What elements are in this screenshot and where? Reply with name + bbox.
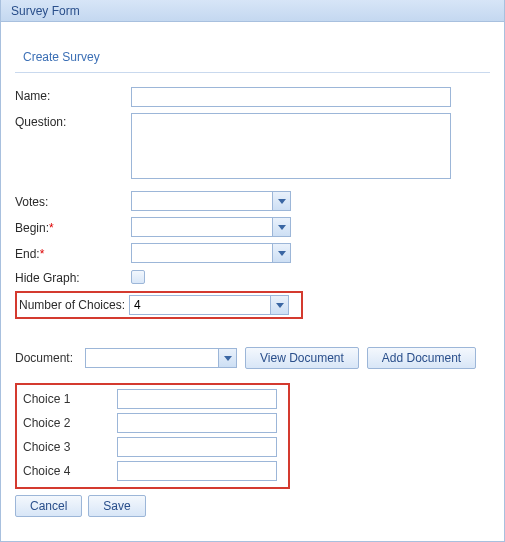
choice-row: Choice 2 [23, 413, 282, 433]
num-choices-combo[interactable] [129, 295, 289, 315]
row-votes: Votes: [15, 191, 490, 211]
row-number-of-choices: Number of Choices: [15, 291, 303, 319]
name-label: Name: [15, 87, 131, 103]
view-document-button[interactable]: View Document [245, 347, 359, 369]
votes-label: Votes: [15, 193, 131, 209]
choice-1-label: Choice 1 [23, 392, 117, 406]
svg-marker-3 [276, 303, 284, 308]
svg-marker-1 [278, 225, 286, 230]
question-label: Question: [15, 113, 131, 129]
num-choices-dropdown-button[interactable] [270, 296, 288, 314]
window-title: Survey Form [11, 4, 80, 18]
chevron-down-icon [224, 356, 232, 361]
votes-dropdown-button[interactable] [272, 192, 290, 210]
document-label: Document: [15, 351, 77, 365]
choice-4-label: Choice 4 [23, 464, 117, 478]
chevron-down-icon [278, 251, 286, 256]
choice-row: Choice 1 [23, 389, 282, 409]
votes-input[interactable] [132, 192, 272, 210]
choice-2-input[interactable] [117, 413, 277, 433]
footer-buttons: Cancel Save [15, 495, 490, 517]
section-title: Create Survey [15, 44, 490, 73]
votes-combo[interactable] [131, 191, 291, 211]
choice-row: Choice 4 [23, 461, 282, 481]
row-begin: Begin:* [15, 217, 490, 237]
document-dropdown-button[interactable] [218, 349, 236, 367]
chevron-down-icon [278, 225, 286, 230]
begin-dropdown-button[interactable] [272, 218, 290, 236]
row-hide-graph: Hide Graph: [15, 269, 490, 285]
choice-4-input[interactable] [117, 461, 277, 481]
content-area: Create Survey Name: Question: Votes: Beg… [1, 22, 504, 527]
window-titlebar: Survey Form [1, 0, 504, 22]
row-name: Name: [15, 87, 490, 107]
save-button[interactable]: Save [88, 495, 145, 517]
svg-marker-0 [278, 199, 286, 204]
end-input[interactable] [132, 244, 272, 262]
begin-label: Begin:* [15, 219, 131, 235]
survey-form-window: Survey Form Create Survey Name: Question… [0, 0, 505, 542]
choice-3-label: Choice 3 [23, 440, 117, 454]
document-combo[interactable] [85, 348, 237, 368]
question-textarea[interactable] [131, 113, 451, 179]
choice-1-input[interactable] [117, 389, 277, 409]
choice-row: Choice 3 [23, 437, 282, 457]
required-marker: * [40, 247, 45, 261]
name-input[interactable] [131, 87, 451, 107]
row-question: Question: [15, 113, 490, 179]
cancel-button[interactable]: Cancel [15, 495, 82, 517]
row-document: Document: View Document Add Document [15, 347, 490, 369]
choices-box: Choice 1 Choice 2 Choice 3 Choice 4 [15, 383, 290, 489]
hide-graph-label: Hide Graph: [15, 269, 131, 285]
document-input[interactable] [86, 349, 218, 367]
add-document-button[interactable]: Add Document [367, 347, 476, 369]
begin-combo[interactable] [131, 217, 291, 237]
begin-input[interactable] [132, 218, 272, 236]
svg-marker-2 [278, 251, 286, 256]
end-combo[interactable] [131, 243, 291, 263]
chevron-down-icon [276, 303, 284, 308]
required-marker: * [49, 221, 54, 235]
row-end: End:* [15, 243, 490, 263]
end-label: End:* [15, 245, 131, 261]
choice-3-input[interactable] [117, 437, 277, 457]
svg-marker-4 [224, 356, 232, 361]
num-choices-input[interactable] [130, 296, 270, 314]
end-dropdown-button[interactable] [272, 244, 290, 262]
hide-graph-checkbox[interactable] [131, 270, 145, 284]
choice-2-label: Choice 2 [23, 416, 117, 430]
chevron-down-icon [278, 199, 286, 204]
num-choices-label: Number of Choices: [19, 298, 129, 312]
